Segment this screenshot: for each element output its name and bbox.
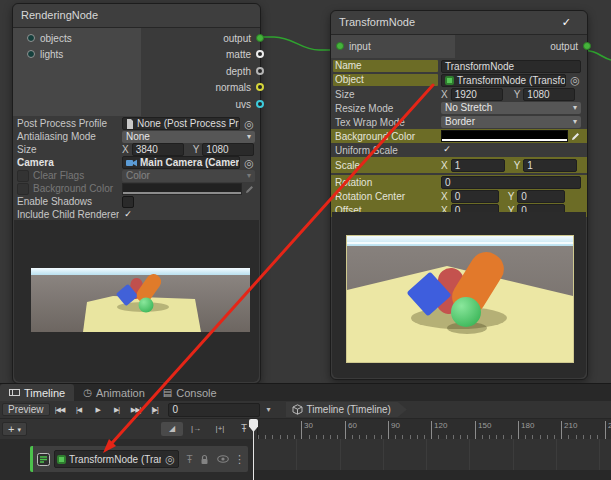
rendering-node[interactable]: RenderingNode objects lights output matt… bbox=[12, 3, 261, 384]
field-label-wrap: Clear Flags bbox=[15, 170, 119, 182]
replace-mode-button[interactable]: |+| bbox=[209, 422, 231, 436]
port-dot[interactable] bbox=[256, 34, 264, 42]
add-track-button[interactable]: + ▾ bbox=[2, 422, 27, 436]
preview-toggle-button[interactable]: Preview bbox=[2, 403, 50, 416]
mix-mode-button[interactable]: ◢ bbox=[161, 422, 183, 436]
color-swatch[interactable] bbox=[441, 130, 568, 142]
track-menu-icon[interactable]: ⋮ bbox=[234, 453, 244, 466]
size-y-input[interactable]: 1080 bbox=[523, 88, 575, 101]
field-label: Background Color bbox=[33, 183, 113, 194]
enable-shadows-checkbox[interactable] bbox=[122, 196, 134, 208]
dropdown-value: No Stretch bbox=[445, 102, 492, 114]
x-label: X bbox=[122, 144, 129, 155]
ripple-mode-button[interactable]: |→ bbox=[185, 422, 207, 436]
port-dot[interactable] bbox=[27, 34, 35, 42]
row-background-color: Background Color bbox=[331, 129, 587, 143]
tab-console[interactable]: ▤ Console bbox=[154, 384, 226, 401]
row-rotation-center: Rotation Center X 0 Y 0 bbox=[331, 189, 587, 203]
go-to-end-button[interactable]: ▶▶| bbox=[127, 403, 145, 416]
ruler-mark: 210 bbox=[561, 421, 577, 439]
x-label: X bbox=[441, 89, 448, 100]
object-field[interactable]: TransformNode (Transform Node bbox=[441, 74, 566, 87]
port-lights[interactable]: lights bbox=[27, 47, 63, 61]
object-picker-icon[interactable]: ◎ bbox=[243, 118, 255, 130]
port-input[interactable]: input bbox=[336, 39, 371, 53]
rotation-center-x-input[interactable]: 0 bbox=[451, 190, 499, 203]
frame-options-dropdown-icon[interactable]: ▾ bbox=[261, 405, 277, 414]
track-object-field[interactable]: TransformNode (Transform ◎ bbox=[54, 450, 179, 468]
antialiasing-dropdown[interactable]: None ▾ bbox=[122, 131, 255, 143]
port-label: input bbox=[349, 41, 371, 52]
timeline-breadcrumb[interactable]: Timeline (Timeline) bbox=[286, 402, 407, 417]
port-output[interactable]: output bbox=[223, 31, 264, 45]
port-output[interactable]: output bbox=[550, 39, 591, 53]
uniform-scale-checkbox[interactable]: ✓ bbox=[441, 144, 453, 156]
rotation-center-y-input[interactable]: 0 bbox=[517, 190, 565, 203]
eyedropper-icon[interactable] bbox=[245, 184, 255, 194]
dropdown-value: Color bbox=[126, 170, 150, 182]
step-forward-button[interactable]: ▶| bbox=[108, 403, 126, 416]
size-x-input[interactable]: 1920 bbox=[451, 88, 503, 101]
go-to-start-button[interactable]: |◀◀ bbox=[51, 403, 69, 416]
port-objects[interactable]: objects bbox=[27, 31, 72, 45]
node-enabled-checkbox[interactable]: ✓ bbox=[562, 11, 571, 34]
transform-node[interactable]: TransformNode ✓ input output Name Transf… bbox=[330, 10, 588, 380]
row-rotation: Rotation 0 bbox=[331, 175, 587, 189]
current-frame-input[interactable]: 0 bbox=[168, 403, 260, 417]
port-label: uvs bbox=[235, 99, 251, 110]
object-picker-icon[interactable]: ◎ bbox=[164, 453, 176, 465]
scale-x-input[interactable]: 1 bbox=[451, 159, 505, 172]
chevron-down-icon: ▾ bbox=[569, 116, 577, 128]
transform-node-track[interactable]: TransformNode (Transform ◎ Ŧ ⋮ bbox=[30, 446, 248, 472]
port-label: depth bbox=[226, 66, 251, 77]
play-range-button[interactable]: [▶] bbox=[146, 403, 164, 416]
background-color-checkbox[interactable] bbox=[17, 183, 29, 195]
timeline-ruler[interactable]: 30 60 90 120 150 180 210 240 bbox=[258, 419, 611, 439]
chevron-down-icon: ▾ bbox=[17, 423, 21, 436]
port-dot[interactable] bbox=[256, 83, 264, 91]
tab-timeline[interactable]: Timeline bbox=[0, 384, 74, 401]
include-child-renderers-checkbox[interactable]: ✓ bbox=[122, 209, 134, 221]
step-back-button[interactable]: |◀ bbox=[70, 403, 88, 416]
clear-flags-dropdown[interactable]: Color ▾ bbox=[122, 170, 255, 182]
field-label: Background Color bbox=[333, 131, 438, 142]
camera-object-field[interactable]: Main Camera (Camera) bbox=[122, 156, 240, 169]
tab-animation[interactable]: ◷ Animation bbox=[74, 384, 154, 401]
clear-flags-checkbox[interactable] bbox=[17, 170, 29, 182]
port-dot[interactable] bbox=[256, 50, 264, 58]
object-picker-icon[interactable]: ◎ bbox=[569, 74, 581, 86]
track-lane[interactable] bbox=[254, 439, 611, 480]
play-button[interactable]: ▶ bbox=[89, 403, 107, 416]
post-process-object-field[interactable]: None (Post Process Profile) bbox=[122, 117, 240, 130]
lock-icon[interactable] bbox=[200, 454, 213, 465]
port-depth[interactable]: depth bbox=[226, 64, 264, 78]
rotation-input[interactable]: 0 bbox=[441, 176, 581, 189]
field-label: Include Child Renderers bbox=[15, 209, 119, 220]
rendering-node-title[interactable]: RenderingNode bbox=[13, 4, 260, 28]
ruler-mark: 30 bbox=[301, 421, 313, 439]
port-dot[interactable] bbox=[336, 42, 344, 50]
track-pin-icon[interactable]: Ŧ bbox=[183, 454, 196, 465]
y-label: Y bbox=[514, 160, 521, 171]
port-dot[interactable] bbox=[256, 100, 264, 108]
object-picker-icon[interactable]: ◎ bbox=[243, 157, 255, 169]
port-dot[interactable] bbox=[583, 42, 591, 50]
port-normals[interactable]: normals bbox=[215, 80, 264, 94]
transform-node-header[interactable]: TransformNode ✓ bbox=[331, 11, 587, 35]
port-matte[interactable]: matte bbox=[226, 47, 264, 61]
color-swatch[interactable] bbox=[122, 183, 242, 195]
tex-wrap-mode-dropdown[interactable]: Border ▾ bbox=[441, 116, 581, 128]
scale-y-input[interactable]: 1 bbox=[523, 159, 577, 172]
row-post-process-profile: Post Process Profile None (Post Process … bbox=[13, 117, 260, 130]
x-label: X bbox=[441, 191, 448, 202]
port-dot[interactable] bbox=[256, 67, 264, 75]
size-y-input[interactable]: 1080 bbox=[202, 143, 254, 156]
port-dot[interactable] bbox=[27, 50, 35, 58]
name-input[interactable]: TransformNode bbox=[441, 60, 581, 73]
port-uvs[interactable]: uvs bbox=[235, 97, 264, 111]
resize-mode-dropdown[interactable]: No Stretch ▾ bbox=[441, 102, 581, 114]
size-x-input[interactable]: 3840 bbox=[132, 143, 184, 156]
eye-icon[interactable] bbox=[217, 455, 230, 463]
field-label: Object bbox=[333, 74, 438, 86]
eyedropper-icon[interactable] bbox=[571, 131, 581, 141]
